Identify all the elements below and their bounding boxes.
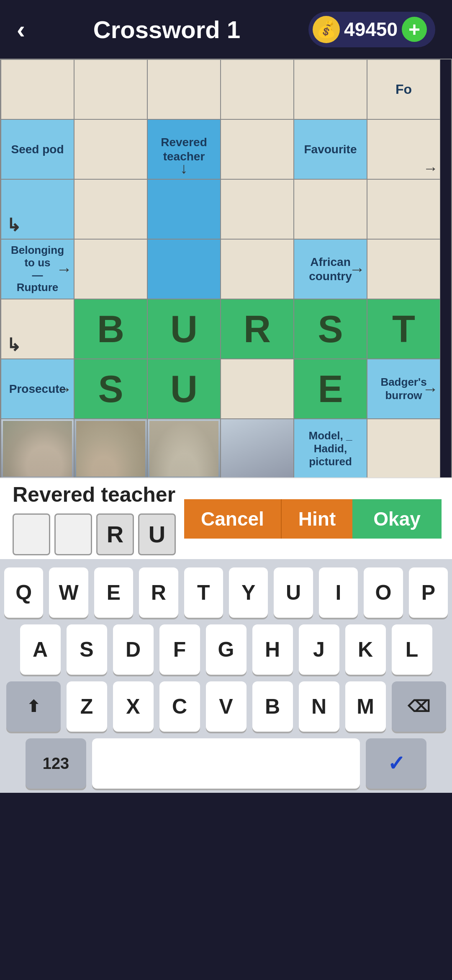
- cell-1-3: [221, 119, 294, 179]
- clue-text: Revered teacher: [13, 482, 176, 507]
- cell-hint-image-4: [221, 419, 294, 477]
- key-P[interactable]: P: [409, 567, 448, 618]
- key-I[interactable]: I: [319, 567, 358, 618]
- key-R[interactable]: R: [139, 567, 178, 618]
- key-K[interactable]: K: [345, 624, 386, 675]
- key-X[interactable]: X: [113, 681, 154, 732]
- cell-B[interactable]: B: [74, 299, 147, 359]
- space-key[interactable]: [92, 738, 360, 789]
- key-D[interactable]: D: [113, 624, 154, 675]
- crossword-area: Fo Seed pod Reveredteacher Favourite ↳ B…: [0, 59, 452, 477]
- key-W[interactable]: W: [49, 567, 88, 618]
- shift-key[interactable]: ⬆: [6, 681, 61, 732]
- key-M[interactable]: M: [345, 681, 386, 732]
- add-coins-button[interactable]: +: [402, 17, 427, 42]
- delete-key[interactable]: ⌫: [392, 681, 446, 732]
- keyboard-row-4: 123 ✓: [4, 738, 448, 789]
- key-G[interactable]: G: [206, 624, 247, 675]
- cell-1-1: [74, 119, 147, 179]
- keyboard-row-2: A S D F G H J K L: [4, 624, 448, 675]
- answer-box-2[interactable]: [54, 513, 92, 555]
- hint-button[interactable]: Hint: [281, 499, 352, 539]
- clue-bar: Revered teacher R U Cancel Hint Okay: [0, 477, 452, 559]
- cell-S[interactable]: S: [294, 299, 367, 359]
- key-O[interactable]: O: [364, 567, 403, 618]
- top-bar: ‹ Crossword 1 💰 49450 +: [0, 0, 452, 59]
- cell-2-4: [294, 179, 367, 239]
- key-F[interactable]: F: [159, 624, 200, 675]
- answer-box-1[interactable]: [13, 513, 50, 555]
- key-T[interactable]: T: [184, 567, 223, 618]
- crossword-grid: Fo Seed pod Reveredteacher Favourite ↳ B…: [0, 59, 452, 477]
- cell-0-5: Fo: [367, 59, 440, 119]
- cell-badgers-burrow[interactable]: Badger'sburrow →: [367, 359, 440, 419]
- cell-belonging[interactable]: Belongingto us—Rupture →: [1, 239, 74, 299]
- cell-3-3: [221, 239, 294, 299]
- coin-count: 49450: [344, 18, 398, 41]
- cell-2-3: [221, 179, 294, 239]
- cell-favourite[interactable]: Favourite: [294, 119, 367, 179]
- cell-0-3: [221, 59, 294, 119]
- cell-T-partial[interactable]: T: [367, 299, 440, 359]
- key-V[interactable]: V: [206, 681, 247, 732]
- key-A[interactable]: A: [20, 624, 61, 675]
- cell-5-3: [221, 359, 294, 419]
- cell-3-5: [367, 239, 440, 299]
- keyboard-row-1: Q W E R T Y U I O P: [4, 567, 448, 618]
- cell-R[interactable]: R: [221, 299, 294, 359]
- cell-african-country[interactable]: Africancountry →: [294, 239, 367, 299]
- answer-box-3[interactable]: R: [96, 513, 134, 555]
- key-U[interactable]: U: [274, 567, 313, 618]
- cell-2-0: ↳: [1, 179, 74, 239]
- cell-4-0: ↳: [1, 299, 74, 359]
- cell-revered-teacher[interactable]: Reveredteacher: [147, 119, 221, 179]
- coin-area: 💰 49450 +: [308, 12, 435, 47]
- cell-prosecute[interactable]: Prosecute →: [1, 359, 74, 419]
- num-key[interactable]: 123: [26, 738, 86, 789]
- cell-3-2: [147, 239, 221, 299]
- cell-E[interactable]: E: [294, 359, 367, 419]
- cell-hint-image-1: [1, 419, 74, 477]
- answer-box-4[interactable]: U: [138, 513, 176, 555]
- answer-boxes: R U: [13, 513, 176, 555]
- cell-seed-pod[interactable]: Seed pod: [1, 119, 74, 179]
- key-E[interactable]: E: [94, 567, 133, 618]
- key-J[interactable]: J: [299, 624, 339, 675]
- cell-2-5: [367, 179, 440, 239]
- key-Y[interactable]: Y: [229, 567, 268, 618]
- cell-1-5: [367, 119, 440, 179]
- coin-icon: 💰: [313, 16, 340, 43]
- cell-2-2: [147, 179, 221, 239]
- keyboard-row-3: ⬆ Z X C V B N M ⌫: [4, 681, 448, 732]
- cell-0-2: [147, 59, 221, 119]
- key-L[interactable]: L: [392, 624, 432, 675]
- cell-2-1: [74, 179, 147, 239]
- cell-0-4: [294, 59, 367, 119]
- keyboard: Q W E R T Y U I O P A S D F G H J K L ⬆ …: [0, 559, 452, 793]
- cancel-button[interactable]: Cancel: [184, 499, 281, 539]
- cell-model-hadid[interactable]: Model, _Hadid,pictured: [294, 419, 367, 477]
- cell-0-1: [74, 59, 147, 119]
- cell-hint-image-2: [74, 419, 147, 477]
- page-title: Crossword 1: [93, 15, 240, 44]
- back-button[interactable]: ‹: [17, 15, 25, 44]
- check-key[interactable]: ✓: [366, 738, 426, 789]
- key-Q[interactable]: Q: [4, 567, 43, 618]
- cell-3-1: [74, 239, 147, 299]
- clue-actions: Cancel Hint Okay: [184, 499, 442, 539]
- cell-U[interactable]: U: [147, 299, 221, 359]
- cell-U2[interactable]: U: [147, 359, 221, 419]
- cell-0-0: [1, 59, 74, 119]
- okay-button[interactable]: Okay: [352, 499, 442, 539]
- key-H[interactable]: H: [252, 624, 293, 675]
- key-S[interactable]: S: [67, 624, 107, 675]
- key-N[interactable]: N: [299, 681, 339, 732]
- cell-6-5: [367, 419, 440, 477]
- cell-hint-image-3: [147, 419, 221, 477]
- key-C[interactable]: C: [159, 681, 200, 732]
- cell-S2[interactable]: S: [74, 359, 147, 419]
- key-Z[interactable]: Z: [67, 681, 107, 732]
- key-B[interactable]: B: [252, 681, 293, 732]
